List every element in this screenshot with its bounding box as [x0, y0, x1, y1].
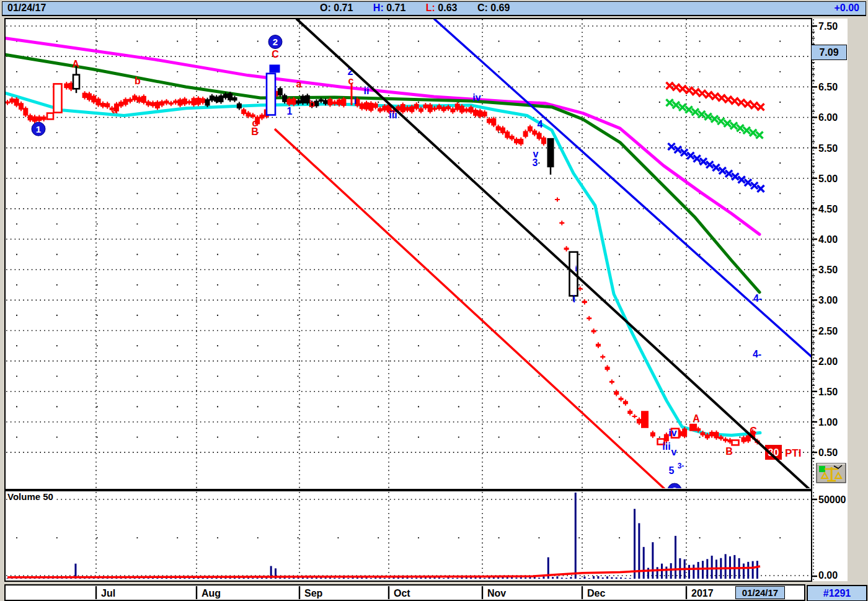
price-tick-label: 2.00	[818, 356, 838, 367]
price-tick-label: 4.50	[818, 204, 838, 214]
month-label: Dec	[587, 588, 605, 599]
price-tick-label: 7.50	[818, 21, 838, 32]
price-tick-label: 3.50	[818, 265, 838, 275]
wave-label: C	[272, 49, 279, 59]
close-value: 0.69	[490, 2, 510, 13]
month-label: 2017	[691, 588, 714, 599]
month-label: Sep	[304, 588, 323, 599]
price-tick-label: 6.00	[818, 112, 838, 123]
header-date: 01/24/17	[7, 2, 46, 14]
low-pair: L: 0.63	[426, 2, 458, 13]
price-tick-label: 1.50	[818, 387, 838, 397]
wave-label: 4-	[753, 349, 761, 359]
wave-label: v	[671, 447, 677, 457]
open-pair: O: 0.71	[320, 2, 353, 13]
wave-marker-square	[270, 64, 280, 72]
pti-label: PTI	[785, 447, 801, 459]
wave-label: B	[251, 126, 259, 137]
wave-label: 4	[538, 119, 543, 129]
low-label: L:	[426, 2, 435, 13]
month-label: Aug	[202, 588, 221, 599]
wave-marker-number: 1	[36, 124, 41, 134]
month-label: Oct	[394, 588, 410, 599]
change-value: +0.00	[835, 2, 859, 14]
close-label: C:	[477, 2, 488, 13]
wave-label: 4-	[753, 293, 762, 304]
wave-label: iv	[472, 92, 480, 103]
wave-label: 5	[669, 465, 675, 476]
open-value: 0.71	[334, 2, 353, 13]
wave-label: a	[112, 105, 118, 115]
price-tick-label: 5.50	[818, 143, 838, 154]
price-tick-label: 1.00	[818, 417, 838, 428]
wave-marker-number: 2	[273, 37, 278, 47]
volume-pane-bg	[5, 491, 812, 581]
bar-counter-badge: #1291	[807, 585, 867, 601]
price-axis-highlight: 7.09	[811, 45, 847, 60]
wave-label: iii	[662, 441, 670, 452]
ohlc-header: 01/24/17 O: 0.71 H: 0.71 L: 0.63 C: 0.69…	[2, 1, 866, 16]
month-label: Nov	[487, 588, 506, 599]
wave-label: c	[348, 76, 354, 86]
wave-label: a	[296, 79, 302, 89]
month-label: Jul	[101, 588, 115, 599]
wave-label: b	[309, 99, 315, 109]
volume-pane-label: Volume 50	[7, 491, 55, 502]
wave-label: i	[573, 294, 575, 304]
expert-icon-button[interactable]	[817, 463, 846, 483]
wave-label: i	[354, 95, 356, 106]
price-tick-label: 4.00	[818, 234, 838, 245]
wave-label: iv	[668, 428, 676, 438]
price-tick-label: 5.00	[818, 173, 838, 184]
low-value: 0.63	[438, 2, 457, 13]
high-pair: H: 0.71	[373, 2, 405, 13]
wave-label: A	[693, 413, 700, 424]
wave-label: A	[72, 59, 79, 69]
footer-date-box: 01/24/17	[735, 586, 785, 599]
price-tick-label: 3.00	[818, 295, 838, 305]
high-label: H:	[373, 2, 384, 13]
wave-label: i	[575, 265, 577, 273]
wave-label: ii	[364, 86, 370, 96]
volume-tick-label: 0.00	[818, 570, 838, 581]
high-value: 0.71	[386, 2, 405, 13]
price-tick-label: 0.50	[818, 447, 838, 458]
close-pair: C: 0.69	[477, 2, 510, 13]
green-square-icon	[819, 466, 825, 472]
charting-app-window: 1Aab2CcB1ab2ciiiiiiiv4v3iiAiviiivBC53-4-…	[0, 0, 868, 601]
chart-svg[interactable]: 1Aab2CcB1ab2ciiiiiiiv4v3iiAiviiivBC53-4-…	[0, 0, 868, 601]
price-tick-label: 2.50	[818, 326, 838, 336]
wave-label: 3	[533, 157, 538, 168]
volume-tick-label: 50000	[818, 494, 846, 505]
price-tick-label: 6.50	[818, 82, 838, 92]
wave-label: B	[725, 446, 733, 457]
wave-label: 1	[287, 106, 293, 116]
ohlc-values: O: 0.71 H: 0.71 L: 0.63 C: 0.69	[320, 2, 527, 14]
wave-label: 3-	[678, 462, 684, 470]
open-label: O:	[320, 2, 331, 13]
wave-label: b	[135, 76, 141, 86]
